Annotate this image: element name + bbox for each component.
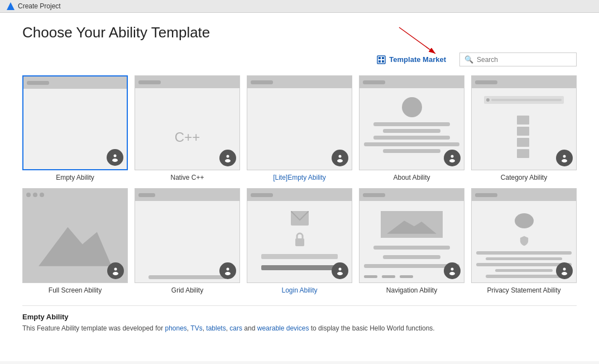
nav-dot bbox=[400, 275, 413, 278]
content-line bbox=[476, 251, 572, 255]
input-bar-dark bbox=[261, 265, 338, 270]
search-input[interactable] bbox=[477, 56, 572, 64]
content-line bbox=[364, 142, 459, 146]
hm-icon bbox=[223, 153, 233, 163]
profile-avatar bbox=[515, 213, 534, 228]
highlight-wearable: wearable devices bbox=[257, 324, 309, 332]
bottom-line bbox=[148, 275, 227, 279]
cat-row bbox=[517, 116, 531, 124]
topbar bbox=[360, 189, 464, 201]
cat-row bbox=[517, 138, 531, 147]
hm-icon bbox=[447, 266, 457, 276]
topbar bbox=[247, 189, 352, 201]
content-line bbox=[486, 275, 562, 278]
svg-point-24 bbox=[114, 268, 117, 271]
search-icon: 🔍 bbox=[464, 55, 473, 64]
svg-point-16 bbox=[337, 159, 343, 162]
svg-rect-4 bbox=[378, 57, 381, 59]
main-content: Choose Your Ability Template Te bbox=[0, 13, 599, 361]
hm-icon bbox=[559, 266, 569, 276]
template-card-native-cpp[interactable]: C++ Native C++ bbox=[135, 75, 240, 181]
svg-rect-6 bbox=[378, 60, 381, 63]
svg-point-19 bbox=[449, 159, 455, 162]
topbar-pill bbox=[475, 193, 497, 197]
template-card-empty-ability[interactable]: Empty Ability bbox=[22, 75, 128, 181]
topbar-pill bbox=[138, 193, 155, 197]
grid-items bbox=[183, 209, 192, 265]
svg-point-27 bbox=[227, 268, 229, 271]
cat-icon bbox=[517, 149, 529, 158]
nav-dot bbox=[364, 275, 377, 278]
topbar-pill bbox=[475, 80, 497, 84]
hm-icon bbox=[335, 266, 345, 276]
template-card-full-screen-ability[interactable]: Full Screen Ability bbox=[22, 188, 128, 294]
svg-point-22 bbox=[562, 159, 567, 162]
content-line bbox=[495, 269, 553, 272]
template-label-full-screen-ability: Full Screen Ability bbox=[49, 286, 102, 294]
shield-icon bbox=[519, 236, 530, 246]
svg-point-15 bbox=[339, 155, 342, 158]
highlight-tablets: tablets bbox=[206, 324, 226, 332]
svg-point-25 bbox=[113, 272, 118, 275]
svg-point-12 bbox=[227, 155, 229, 158]
hm-badge bbox=[332, 262, 348, 279]
template-card-grid-ability[interactable]: Grid Ability bbox=[135, 188, 240, 294]
template-preview-navigation-ability bbox=[359, 188, 464, 283]
template-card-about-ability[interactable]: About Ability bbox=[359, 75, 464, 181]
topbar-pill bbox=[138, 80, 161, 84]
avatar-circle bbox=[402, 97, 422, 117]
content-line bbox=[383, 255, 440, 259]
template-label-navigation-ability: Navigation Ability bbox=[386, 286, 437, 294]
cat-icon bbox=[517, 138, 529, 147]
search-line bbox=[491, 99, 562, 101]
template-preview-category-ability bbox=[471, 75, 577, 170]
template-card-category-ability[interactable]: Category Ability bbox=[471, 75, 577, 181]
cat-icon bbox=[517, 116, 529, 124]
highlight-tvs: TVs bbox=[190, 324, 202, 332]
hm-badge bbox=[444, 150, 461, 166]
content-line bbox=[383, 149, 440, 153]
template-preview-full-screen-ability bbox=[22, 188, 128, 283]
template-market-button[interactable]: Template Market bbox=[372, 53, 451, 66]
template-card-lite-empty-ability[interactable]: [Lite]Empty Ability bbox=[247, 75, 352, 181]
svg-rect-5 bbox=[382, 57, 384, 59]
template-card-privacy-statement-ability[interactable]: Privacy Statement Ability bbox=[471, 188, 577, 294]
hm-badge bbox=[556, 150, 573, 166]
search-dot bbox=[486, 98, 490, 102]
dot2 bbox=[33, 193, 37, 197]
svg-point-18 bbox=[451, 155, 454, 158]
topbar-pill bbox=[363, 80, 385, 84]
toolbar: Template Market 🔍 bbox=[22, 52, 577, 66]
topbar bbox=[135, 189, 239, 201]
hm-badge bbox=[444, 262, 461, 279]
template-card-login-ability[interactable]: Login Ability bbox=[247, 188, 352, 294]
topbar-pill bbox=[251, 80, 273, 84]
hm-badge bbox=[332, 150, 348, 166]
description-section: Empty Ability This Feature Ability templ… bbox=[22, 305, 577, 333]
hm-badge bbox=[107, 149, 123, 166]
input-bar bbox=[261, 254, 338, 259]
content-line bbox=[383, 129, 440, 133]
content-line bbox=[373, 246, 450, 250]
svg-rect-30 bbox=[295, 238, 304, 246]
title-bar-text: Create Project bbox=[18, 2, 61, 10]
template-market-icon bbox=[377, 55, 386, 64]
template-label-about-ability: About Ability bbox=[393, 174, 430, 181]
template-preview-privacy-statement-ability bbox=[471, 188, 577, 283]
topbar bbox=[472, 189, 576, 201]
topbar bbox=[23, 76, 127, 89]
app-icon bbox=[7, 2, 15, 10]
lock-icon bbox=[294, 232, 305, 246]
svg-point-39 bbox=[562, 272, 567, 275]
template-card-navigation-ability[interactable]: Navigation Ability bbox=[359, 188, 464, 294]
dot1 bbox=[26, 193, 31, 197]
title-bar: Create Project bbox=[0, 0, 599, 13]
topbar-pill bbox=[27, 81, 49, 85]
hm-icon bbox=[223, 266, 233, 276]
template-label-category-ability: Category Ability bbox=[501, 174, 547, 181]
nav-image bbox=[381, 211, 443, 238]
svg-point-33 bbox=[337, 272, 343, 275]
hm-badge bbox=[556, 262, 573, 279]
svg-point-9 bbox=[114, 155, 117, 157]
template-label-lite-empty-ability: [Lite]Empty Ability bbox=[273, 174, 326, 181]
